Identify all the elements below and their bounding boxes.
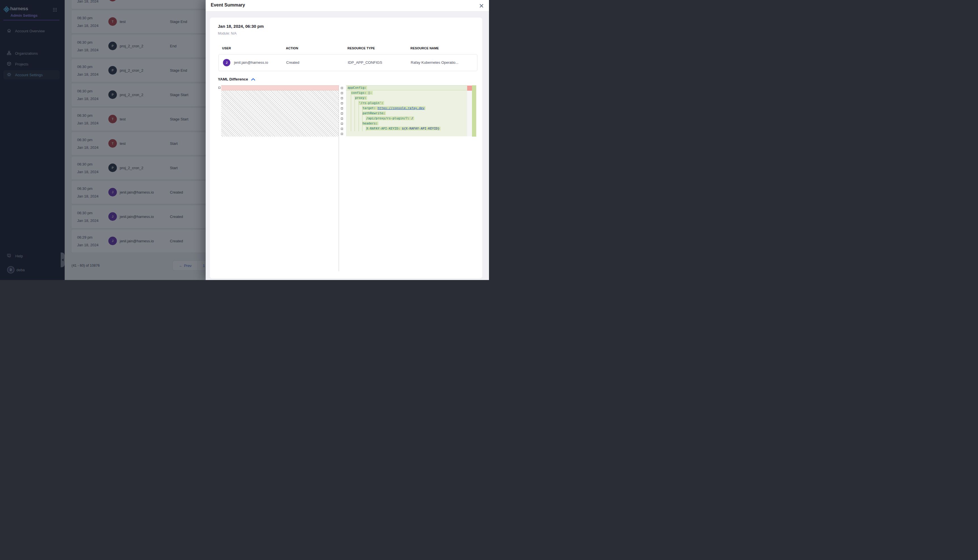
added-token-highlight: pathRewrite: — [363, 112, 386, 115]
diff-code-line: appConfig: — [346, 85, 467, 90]
yaml-token: '/rs-plugin' — [359, 101, 381, 105]
diff-removed-row — [221, 85, 339, 90]
yaml-token: : — [398, 127, 402, 130]
added-token-highlight: proxy: — [355, 96, 367, 100]
added-token-highlight: headers: — [363, 122, 378, 125]
yaml-token: : — [381, 101, 383, 105]
yaml-token: / — [411, 117, 413, 120]
yaml-token: : — [364, 86, 366, 90]
diff-line-marker[interactable] — [341, 133, 343, 135]
yaml-token: ${X-RAFAY-API-KEYID} — [402, 127, 440, 130]
diff-code-line: target: https://console.rafay.dev — [346, 106, 467, 111]
yaml-token: : — [383, 112, 385, 115]
col-header-resource-name: RESOURCE NAME — [410, 47, 439, 50]
diff-pane-divider — [339, 85, 339, 271]
diff-line-marker[interactable] — [341, 113, 343, 115]
yaml-token: : — [374, 106, 378, 110]
diff-line-marker[interactable] — [341, 128, 343, 130]
yaml-token: headers — [363, 122, 376, 125]
diff-code-line: /api/proxy/rs-plugin/?: / — [346, 116, 467, 121]
yaml-token: |- — [368, 91, 372, 95]
diff-line-marker[interactable] — [341, 123, 343, 125]
diff-line-marker[interactable] — [341, 87, 343, 89]
indent-guides — [348, 90, 351, 95]
yaml-token: pathRewrite — [363, 112, 383, 115]
yaml-token: appConfig — [348, 86, 364, 90]
close-icon[interactable] — [478, 3, 485, 9]
event-datetime: Jan 18, 2024, 06:30 pm — [218, 24, 264, 28]
yaml-token: /api/proxy/rs-plugin/? — [366, 117, 408, 120]
diff-code-line: proxy: — [346, 95, 467, 101]
avatar: J — [223, 59, 230, 66]
indent-guides — [348, 116, 366, 121]
indent-guides — [348, 95, 355, 101]
indent-guides — [348, 101, 359, 106]
diff-line-marker[interactable] — [341, 92, 343, 94]
col-header-resource-type: RESOURCE TYPE — [348, 47, 375, 50]
yaml-token: configs — [351, 91, 364, 95]
added-token-highlight: '/rs-plugin': — [359, 101, 384, 105]
yaml-token: : — [408, 117, 411, 120]
diff-line-marker[interactable] — [341, 97, 343, 99]
diff-line-marker[interactable] — [341, 107, 343, 109]
yaml-diff-viewer: appConfig: configs: |- proxy: '/rs-plugi… — [218, 85, 479, 271]
diff-line-marker[interactable] — [341, 102, 343, 104]
added-token-highlight: /api/proxy/rs-plugin/?: / — [366, 117, 414, 120]
diff-code-line: '/rs-plugin': — [346, 101, 467, 106]
drawer-body: Jan 18, 2024, 06:30 pm Module: N/A USER … — [206, 12, 489, 280]
yaml-token: : — [376, 122, 378, 125]
chevron-up-icon — [251, 78, 255, 81]
yaml-token: X-RAFAY-API-KEYID — [366, 127, 398, 130]
added-token-highlight: configs: |- — [351, 91, 373, 95]
drawer-title: Event Summary — [211, 3, 245, 8]
event-card: Jan 18, 2024, 06:30 pm Module: N/A USER … — [210, 18, 482, 278]
added-token-highlight: appConfig: — [348, 86, 367, 90]
diff-code-line: headers: — [346, 121, 467, 126]
indent-guides — [348, 126, 366, 131]
diff-code-line — [346, 131, 467, 136]
added-token-highlight: target: https://console.rafay.dev — [363, 106, 425, 110]
col-header-user: USER — [222, 47, 231, 50]
yaml-token: target — [363, 106, 374, 110]
diff-revert-gutter — [467, 85, 472, 136]
yaml-token: : — [364, 96, 366, 100]
yaml-link[interactable]: https://console.rafay.dev — [378, 106, 425, 110]
avatar-initial: J — [226, 61, 227, 64]
app-root: harness Admin Settings Account Overview — [0, 0, 489, 280]
drawer-header: Event Summary — [206, 0, 489, 12]
diff-removed-marker[interactable] — [467, 86, 472, 91]
diff-code-line: configs: |- — [346, 90, 467, 95]
diff-code-pane: appConfig: configs: |- proxy: '/rs-plugi… — [346, 85, 467, 271]
event-table-row: J jenil.jain@harness.io Created IDP_APP_… — [218, 54, 477, 71]
indent-guides — [348, 106, 363, 111]
diff-code-line: pathRewrite: — [346, 111, 467, 116]
event-user: jenil.jain@harness.io — [234, 60, 268, 65]
yaml-difference-label: YAML Difference — [218, 77, 248, 81]
diff-code-line: X-RAFAY-API-KEYID: ${X-RAFAY-API-KEYID} — [346, 126, 467, 131]
added-token-highlight: X-RAFAY-API-KEYID: ${X-RAFAY-API-KEYID} — [366, 127, 440, 130]
diff-empty-hatch — [221, 90, 339, 137]
yaml-token: proxy — [355, 96, 364, 100]
diff-line-marker[interactable] — [341, 118, 343, 120]
yaml-token: : — [364, 91, 368, 95]
diff-chunk-marker[interactable] — [218, 87, 221, 89]
event-resource-name: Rafay Kubernetes Operatio... — [411, 60, 458, 65]
diff-added-overview-bar — [472, 85, 476, 137]
diff-right-gutter — [339, 85, 346, 271]
indent-guides — [348, 111, 363, 116]
yaml-difference-toggle[interactable]: YAML Difference — [218, 77, 255, 81]
event-resource-type: IDP_APP_CONFIGS — [348, 60, 382, 65]
event-module: Module: N/A — [218, 32, 237, 35]
event-action: Created — [286, 60, 299, 65]
diff-left-pane — [221, 85, 339, 271]
indent-guides — [348, 121, 363, 126]
event-summary-drawer: Event Summary Jan 18, 2024, 06:30 pm Mod… — [206, 0, 489, 280]
col-header-action: ACTION — [286, 47, 298, 50]
